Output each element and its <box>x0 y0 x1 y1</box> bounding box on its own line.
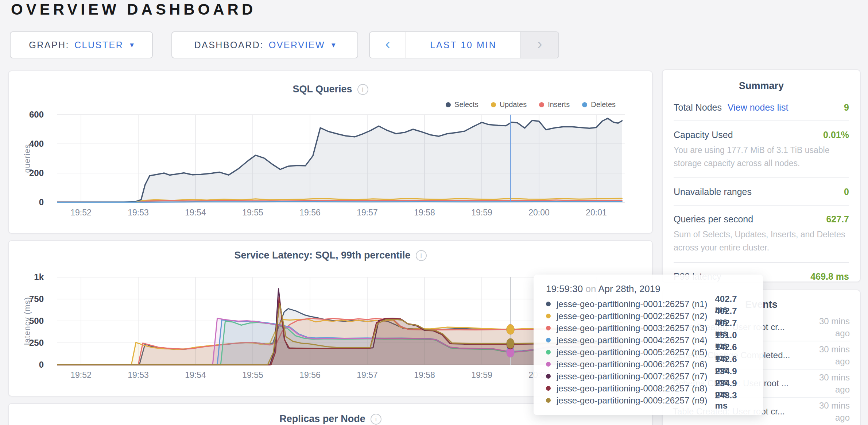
node-latency-value: 243.3 ms <box>715 390 751 411</box>
svg-text:600: 600 <box>29 110 44 119</box>
node-name: jesse-geo-partitioning-0002:26257 (n2) <box>557 311 715 321</box>
sql-queries-chart-card: SQL Queries i SelectsUpdatesInsertsDelet… <box>8 70 653 234</box>
total-nodes-label: Total Nodes <box>674 102 722 113</box>
svg-text:19:56: 19:56 <box>299 208 321 217</box>
svg-text:19:55: 19:55 <box>242 208 263 217</box>
time-prev-button[interactable]: ‹ <box>370 32 406 58</box>
node-color-dot <box>546 326 551 330</box>
summary-row-capacity-used: Capacity Used 0.01% You are using 177.7 … <box>674 121 849 178</box>
svg-text:19:57: 19:57 <box>357 370 378 380</box>
chevron-down-icon: ▾ <box>130 41 134 49</box>
node-color-dot <box>546 362 551 367</box>
page-title: OVERVIEW DASHBOARD <box>11 1 256 18</box>
node-name: jesse-geo-partitioning-0009:26257 (n9) <box>557 395 715 406</box>
node-color-dot <box>546 398 551 403</box>
svg-text:1k: 1k <box>34 272 44 282</box>
svg-text:20:01: 20:01 <box>586 208 607 217</box>
node-color-dot <box>546 338 551 342</box>
chevron-left-icon: ‹ <box>385 36 390 52</box>
svg-text:queries: queries <box>23 144 32 173</box>
event-timestamp: 30 mins ago <box>807 399 850 424</box>
unavailable-ranges-label: Unavailable ranges <box>674 187 752 197</box>
node-name: jesse-geo-partitioning-0004:26257 (n4) <box>557 335 715 345</box>
svg-text:19:53: 19:53 <box>128 208 149 217</box>
svg-text:19:52: 19:52 <box>70 370 92 380</box>
total-nodes-value: 9 <box>844 102 849 113</box>
graph-dropdown-label: GRAPH: <box>29 40 69 50</box>
replicas-per-node-chart-title: Replicas per Node <box>279 413 365 425</box>
time-next-button-disabled[interactable]: › <box>520 32 558 58</box>
node-name: jesse-geo-partitioning-0001:26257 (n1) <box>557 299 715 309</box>
svg-text:19:55: 19:55 <box>242 370 263 380</box>
svg-text:19:54: 19:54 <box>185 208 206 217</box>
summary-row-queries-per-second: Queries per second 627.7 Sum of Selects,… <box>674 206 849 263</box>
queries-per-second-label: Queries per second <box>674 214 753 225</box>
summary-panel-title: Summary <box>674 70 849 94</box>
svg-text:19:52: 19:52 <box>70 208 92 217</box>
chevron-right-icon: › <box>537 36 542 52</box>
tooltip-time: 19:59:30 <box>546 283 583 294</box>
svg-text:20:00: 20:00 <box>528 208 550 217</box>
svg-text:0: 0 <box>39 197 44 207</box>
sql-queries-chart[interactable]: 19:5219:5319:5419:5519:5619:5719:5819:59… <box>9 71 652 233</box>
graph-dropdown[interactable]: GRAPH: CLUSTER ▾ <box>10 31 153 58</box>
svg-text:19:57: 19:57 <box>357 208 378 217</box>
node-name: jesse-geo-partitioning-0008:26257 (n8) <box>557 383 715 394</box>
queries-per-second-description: Sum of Selects, Updates, Inserts, and De… <box>674 228 849 254</box>
svg-text:19:56: 19:56 <box>299 370 321 380</box>
capacity-used-description: You are using 177.7 MiB of 3.1 TiB usabl… <box>674 144 849 170</box>
capacity-used-label: Capacity Used <box>674 130 733 140</box>
event-timestamp: 30 mins ago <box>807 371 850 395</box>
node-name: jesse-geo-partitioning-0007:26257 (n7) <box>557 371 715 382</box>
p99-latency-value: 469.8 ms <box>810 271 849 282</box>
summary-panel: Summary Total Nodes View nodes list 9 Ca… <box>662 69 861 282</box>
chevron-down-icon: ▾ <box>332 41 336 49</box>
summary-row-unavailable-ranges: Unavailable ranges 0 <box>674 178 849 206</box>
tooltip-header: 19:59:30 on Apr 28th, 2019 <box>546 283 751 295</box>
node-color-dot <box>546 314 551 318</box>
unavailable-ranges-value: 0 <box>844 187 849 197</box>
svg-text:19:53: 19:53 <box>128 370 149 380</box>
dashboard-dropdown-value: OVERVIEW <box>269 40 325 50</box>
graph-dropdown-value: CLUSTER <box>74 40 123 50</box>
node-name: jesse-geo-partitioning-0005:26257 (n5) <box>557 347 715 357</box>
svg-text:19:58: 19:58 <box>414 208 435 217</box>
queries-per-second-value: 627.7 <box>826 214 849 225</box>
capacity-used-value: 0.01% <box>823 130 849 140</box>
node-name: jesse-geo-partitioning-0003:26257 (n3) <box>557 323 715 333</box>
time-range-button[interactable]: LAST 10 MIN <box>406 32 520 58</box>
dashboard-dropdown-label: DASHBOARD: <box>194 40 263 50</box>
svg-text:19:58: 19:58 <box>414 370 435 380</box>
tooltip-node-row: jesse-geo-partitioning-0009:26257 (n9)24… <box>546 394 751 406</box>
summary-row-total-nodes: Total Nodes View nodes list 9 <box>674 94 849 121</box>
svg-text:19:59: 19:59 <box>471 208 492 217</box>
node-color-dot <box>546 374 551 379</box>
svg-text:0: 0 <box>39 360 44 370</box>
tooltip-date: Apr 28th, 2019 <box>598 283 660 294</box>
svg-text:latency (ms): latency (ms) <box>23 297 32 345</box>
node-color-dot <box>546 302 551 306</box>
info-icon[interactable]: i <box>371 414 381 425</box>
svg-text:19:54: 19:54 <box>185 370 206 380</box>
event-timestamp: 30 mins ago <box>807 343 850 367</box>
node-color-dot <box>546 350 551 355</box>
chart-hover-tooltip: 19:59:30 on Apr 28th, 2019 jesse-geo-par… <box>534 275 763 415</box>
view-nodes-list-link[interactable]: View nodes list <box>728 102 788 113</box>
node-name: jesse-geo-partitioning-0006:26257 (n6) <box>557 359 715 370</box>
event-timestamp: 30 mins ago <box>807 315 850 339</box>
time-range-widget: ‹ LAST 10 MIN › <box>369 31 559 58</box>
node-color-dot <box>546 386 551 391</box>
svg-text:19:59: 19:59 <box>471 370 492 380</box>
dashboard-dropdown[interactable]: DASHBOARD: OVERVIEW ▾ <box>171 31 358 58</box>
